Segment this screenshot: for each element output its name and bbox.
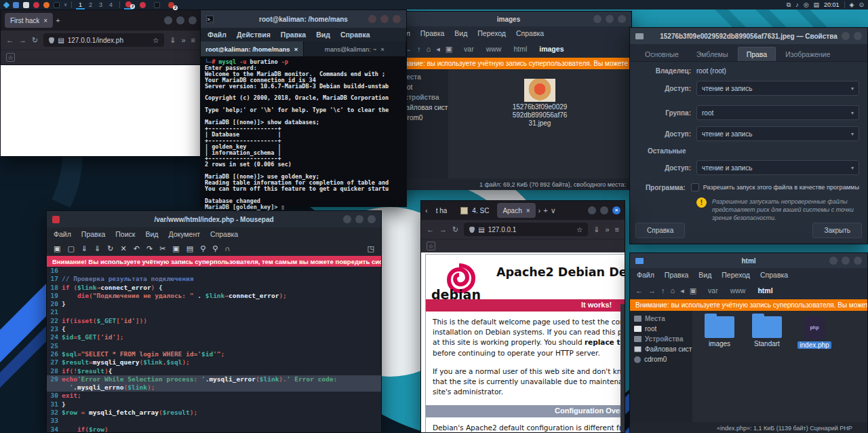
- maximize-button[interactable]: [380, 15, 389, 23]
- minimize-button[interactable]: [593, 15, 601, 23]
- others-access-dropdown[interactable]: чтение и запись▾: [696, 160, 859, 175]
- hamburger-menu-icon[interactable]: ≡: [191, 36, 195, 44]
- reload-icon[interactable]: ↻: [452, 225, 458, 234]
- tab-first-hack[interactable]: First hack ×: [5, 13, 53, 28]
- owner-access-dropdown[interactable]: чтение и запись▾: [696, 81, 859, 96]
- terminal-icon[interactable]: [54, 2, 60, 8]
- file-item[interactable]: images: [698, 316, 741, 347]
- dialog-tab[interactable]: Эмблемы: [688, 48, 736, 61]
- back-icon[interactable]: ←: [635, 286, 643, 295]
- sidebar-item[interactable]: root: [630, 324, 692, 334]
- close-button[interactable]: [618, 15, 626, 23]
- menu-item[interactable]: Справка: [210, 230, 238, 238]
- file-item[interactable]: phpindex.php: [793, 316, 836, 349]
- url-bar[interactable]: ▤ 127.0.0.1/index.ph ☆: [43, 33, 164, 47]
- workspace-button[interactable]: 1: [76, 1, 85, 10]
- firefox-window-first-hack[interactable]: First hack × + ← → ↻ ▤ 127.0.0.1/index.p…: [0, 10, 201, 157]
- image-thumbnail[interactable]: [524, 79, 555, 102]
- workspace-button[interactable]: 3: [96, 1, 105, 10]
- path-button[interactable]: var: [702, 286, 724, 295]
- collapse-icon[interactable]: ◂: [436, 45, 440, 54]
- undo-icon[interactable]: ↶: [134, 244, 140, 253]
- terminal-tab[interactable]: root@kaliman: /home/mans×: [201, 41, 304, 56]
- workspace-button[interactable]: 2: [86, 1, 95, 10]
- find-replace-icon[interactable]: ⚲: [212, 244, 218, 253]
- path-button[interactable]: html: [507, 44, 533, 54]
- menu-item[interactable]: Файл: [54, 230, 71, 238]
- find-icon[interactable]: ⚲: [200, 244, 205, 253]
- minimize-button[interactable]: [842, 32, 850, 40]
- clock[interactable]: 20:01: [824, 1, 840, 8]
- menu-item[interactable]: Правка: [420, 29, 444, 37]
- text-editor-icon[interactable]: [23, 2, 29, 8]
- title-bar[interactable]: >_ root@kaliman: /home/mans: [201, 10, 406, 28]
- path-button[interactable]: html: [751, 286, 778, 295]
- terminal-tab[interactable]: mans@kaliman: ~×: [304, 41, 407, 56]
- notifications-icon[interactable]: ◎: [804, 0, 809, 10]
- overflow-menu-icon[interactable]: »: [605, 225, 609, 233]
- menu-item[interactable]: Переход: [722, 271, 750, 279]
- chevron-down-icon[interactable]: ∨: [64, 2, 67, 7]
- close-icon[interactable]: ×: [43, 17, 47, 24]
- title-bar[interactable]: images: [386, 12, 631, 26]
- close-dialog-button[interactable]: Закрыть: [812, 223, 862, 238]
- menu-item[interactable]: Поиск: [115, 230, 135, 238]
- up-icon[interactable]: ↑: [417, 45, 421, 53]
- workspace-button[interactable]: 4: [106, 1, 115, 10]
- minimize-button[interactable]: [829, 257, 837, 265]
- new-document-icon[interactable]: ▣: [54, 244, 60, 253]
- scrollbar[interactable]: [620, 304, 625, 433]
- close-icon[interactable]: ×: [294, 45, 298, 53]
- menu-item[interactable]: Правка: [665, 271, 688, 279]
- file-item[interactable]: Standart: [745, 316, 789, 347]
- bookmark-star-icon[interactable]: ☆: [153, 37, 159, 44]
- tab-sql-tutorial[interactable]: 4. SC: [455, 203, 494, 218]
- code-editor[interactable]: 16 17 // Проверка результата подключения…: [47, 267, 381, 433]
- bookmarks-star-icon[interactable]: ☆: [427, 242, 435, 250]
- file-name[interactable]: 15276b3f09e0029592db899056af7631.jpeg: [502, 103, 577, 128]
- help-button[interactable]: Справка: [635, 223, 685, 238]
- power-icon[interactable]: ⊙: [859, 0, 864, 10]
- copy-icon[interactable]: ▣: [172, 244, 179, 253]
- jump-icon[interactable]: ∩: [224, 244, 230, 253]
- close-button[interactable]: [393, 15, 401, 23]
- menu-item[interactable]: Файл: [637, 271, 654, 279]
- menu-item[interactable]: Документ: [168, 230, 200, 238]
- redo-icon[interactable]: ↷: [146, 244, 153, 253]
- minimize-button[interactable]: [343, 215, 351, 223]
- list-tabs-icon[interactable]: ∨: [551, 206, 556, 215]
- path-button[interactable]: var: [458, 44, 480, 54]
- title-bar[interactable]: 15276b3f09e0029592db899056af7631.jpeg — …: [630, 28, 867, 44]
- display-icon[interactable]: ▤: [813, 0, 819, 10]
- download-icon[interactable]: ⇓: [170, 36, 176, 45]
- menu-item[interactable]: Вид: [145, 230, 158, 238]
- path-button[interactable]: images: [533, 44, 570, 54]
- tab-partial[interactable]: t ha: [431, 203, 453, 218]
- path-button[interactable]: www: [480, 44, 508, 54]
- menu-item[interactable]: Правка: [81, 230, 105, 238]
- close-file-icon[interactable]: ✕: [120, 244, 126, 253]
- menu-item[interactable]: Действия: [237, 31, 271, 39]
- maximize-button[interactable]: [600, 206, 608, 214]
- fullscreen-icon[interactable]: ◳: [368, 244, 374, 253]
- maximize-button[interactable]: [842, 257, 850, 265]
- menu-item[interactable]: Вид: [454, 29, 467, 37]
- home-icon[interactable]: ⌂: [427, 45, 431, 53]
- forward-icon[interactable]: →: [439, 225, 447, 233]
- overflow-menu-icon[interactable]: »: [181, 36, 185, 44]
- tracking-shield-icon[interactable]: [469, 227, 475, 233]
- terminal-output[interactable]: └─# mysql -u buratino -pEnter password: …: [201, 56, 406, 213]
- home-icon[interactable]: ⌂: [671, 286, 675, 295]
- menu-item[interactable]: Вид: [316, 31, 330, 39]
- scroll-tabs-right-icon[interactable]: ›: [538, 206, 541, 214]
- reload-icon[interactable]: ↻: [107, 244, 113, 253]
- menu-item[interactable]: Справка: [760, 271, 788, 279]
- maximize-button[interactable]: [606, 15, 614, 23]
- menu-item[interactable]: Файл: [208, 31, 226, 39]
- group-dropdown[interactable]: root▾: [696, 105, 859, 120]
- minimize-button[interactable]: [368, 15, 376, 23]
- back-icon[interactable]: ←: [6, 36, 14, 44]
- firefox-window-apache[interactable]: ‹ t ha 4. SC Apach× › + ∨ × ← → ↻ ▤ 127.…: [420, 200, 625, 433]
- title-bar[interactable]: html: [630, 253, 867, 268]
- kali-menu-icon[interactable]: [3, 1, 10, 8]
